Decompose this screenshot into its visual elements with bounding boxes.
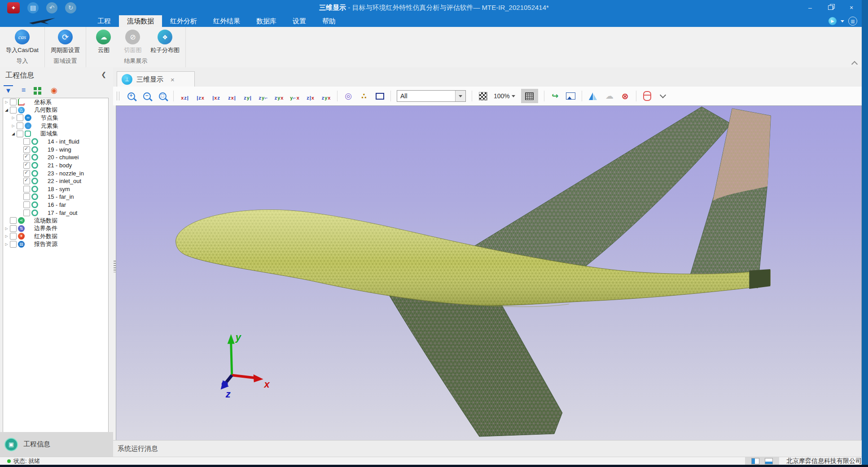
tree-item-infrared-data[interactable]: ▷✶红外数据: [3, 232, 108, 240]
view-preset-5-button[interactable]: zy|: [242, 92, 253, 100]
tree-checkbox[interactable]: [10, 107, 17, 113]
tree-item-17-far_out[interactable]: 17 - far_out: [3, 209, 108, 217]
tree-checkbox[interactable]: [23, 146, 30, 153]
cloud-display-button[interactable]: ☁: [605, 90, 614, 102]
tree-checkbox[interactable]: [23, 178, 30, 184]
tab-close-icon[interactable]: ×: [171, 76, 175, 83]
snapshot-button[interactable]: [566, 90, 576, 102]
menu-item-红外结果[interactable]: 红外结果: [205, 15, 248, 27]
transparency-button[interactable]: [478, 90, 488, 102]
tree-checkbox[interactable]: [10, 225, 17, 232]
tree-item-element-set[interactable]: ▷◌元素集: [3, 122, 108, 130]
view-preset-6-button[interactable]: zy⌐: [258, 92, 268, 100]
panel-splitter-handle[interactable]: [114, 261, 116, 272]
panel-footer-tab[interactable]: ▣ 工程信息: [0, 432, 113, 457]
tree-checkbox[interactable]: [23, 154, 30, 161]
tree-item-report-res[interactable]: ▷▤报告资源: [3, 240, 108, 249]
menu-item-帮助[interactable]: 帮助: [314, 15, 344, 27]
close-button[interactable]: ×: [841, 0, 862, 15]
tree-checkbox[interactable]: [17, 122, 23, 129]
grid-toggle-button[interactable]: [521, 89, 538, 103]
导入Cas/Dat-button[interactable]: cas导入Cas/Dat: [4, 29, 41, 54]
tree-checkbox[interactable]: [23, 170, 30, 177]
run-panel-icon[interactable]: ▶: [829, 17, 837, 25]
rectangle-select-button[interactable]: [375, 90, 385, 102]
view-preset-7-button[interactable]: zyx: [274, 92, 284, 100]
tree-item-19-wing[interactable]: 19 - wing: [3, 146, 108, 154]
viewport-3d[interactable]: y x z: [116, 105, 862, 441]
particle-select-button[interactable]: ∴: [359, 90, 369, 102]
tree-expand-arrow-icon[interactable]: ▷: [4, 234, 9, 238]
mouse-mode-dropdown[interactable]: [658, 90, 668, 102]
view-preset-10-button[interactable]: zyx: [321, 92, 331, 100]
tab-3d-display[interactable]: ⊥ 三维显示 ×: [117, 71, 195, 87]
display-filter-combobox[interactable]: All: [397, 90, 466, 102]
mirror-button[interactable]: [588, 90, 599, 102]
tree-checkbox[interactable]: [10, 241, 17, 248]
tree-checkbox[interactable]: [10, 99, 17, 105]
redo-button[interactable]: ↻: [65, 2, 76, 13]
zoom-level-dropdown[interactable]: 100%: [494, 92, 515, 100]
view-preset-3-button[interactable]: |xz: [211, 92, 221, 100]
tree-expand-arrow-icon[interactable]: ▷: [11, 124, 16, 128]
tree-item-coord-system[interactable]: ▷坐标系: [3, 98, 108, 106]
view-preset-8-button[interactable]: y⌐x: [289, 92, 300, 100]
menu-item-红外分析[interactable]: 红外分析: [162, 15, 205, 27]
tree-checkbox[interactable]: [10, 233, 17, 240]
tree-expand-arrow-icon[interactable]: ◢: [11, 131, 16, 136]
tree-item-22-inlet_out[interactable]: 22 - inlet_out: [3, 177, 108, 185]
云图-button[interactable]: ☁云图: [90, 29, 118, 54]
toolbar-grip[interactable]: [117, 92, 119, 100]
probe-point-button[interactable]: ◎: [343, 90, 353, 102]
combobox-dropdown-button[interactable]: [455, 91, 465, 101]
cancel-display-button[interactable]: ⊗: [620, 90, 630, 102]
tree-item-14-int_fluid[interactable]: 14 - int_fluid: [3, 138, 108, 146]
grid-view-icon[interactable]: [34, 86, 44, 95]
layout-book-icon[interactable]: ▥: [848, 17, 857, 26]
collapse-list-icon[interactable]: ≡: [19, 86, 28, 95]
tree-item-21-body[interactable]: 21 - body: [3, 161, 108, 170]
tree-expand-arrow-icon[interactable]: ▷: [4, 100, 9, 104]
tree-item-flow-data[interactable]: ⋖流场数据: [3, 217, 108, 225]
undo-button[interactable]: ↶: [46, 2, 57, 13]
filter-icon[interactable]: ▼: [4, 85, 13, 95]
tree-checkbox[interactable]: [23, 209, 30, 216]
tree-item-node-set[interactable]: ▷∞节点集: [3, 114, 108, 122]
tree-checkbox[interactable]: [23, 186, 30, 192]
restore-button[interactable]: [820, 0, 841, 15]
ribbon-collapse-button[interactable]: [852, 61, 857, 65]
view-preset-1-button[interactable]: xz|: [180, 92, 190, 100]
app-menu-button[interactable]: ✦: [7, 2, 20, 13]
export-view-button[interactable]: ↪: [550, 90, 560, 102]
tree-checkbox[interactable]: [17, 131, 23, 137]
tree-checkbox[interactable]: [23, 201, 30, 208]
tree-item-18-sym[interactable]: 18 - sym: [3, 185, 108, 193]
menu-dropdown-icon[interactable]: [841, 20, 844, 22]
tree-expand-arrow-icon[interactable]: ▷: [11, 116, 16, 120]
tree-item-23-nozzle_in[interactable]: 23 - nozzle_in: [3, 169, 108, 177]
tree-checkbox[interactable]: [17, 114, 23, 121]
view-preset-4-button[interactable]: zx|: [227, 92, 237, 100]
zoom-out-button[interactable]: −: [142, 90, 152, 102]
menu-item-设置[interactable]: 设置: [285, 15, 314, 27]
zoom-fit-button[interactable]: □: [158, 90, 167, 102]
tree-item-16-far[interactable]: 16 - far: [3, 201, 108, 209]
tree-checkbox[interactable]: [23, 138, 30, 145]
layout-left-panel-icon[interactable]: [751, 458, 759, 464]
tree-checkbox[interactable]: [10, 217, 17, 224]
tree-item-15-far_in[interactable]: 15 - far_in: [3, 193, 108, 201]
周期面设置-button[interactable]: ⟳周期面设置: [48, 29, 82, 54]
tree-checkbox[interactable]: [23, 162, 30, 169]
menu-item-工程[interactable]: 工程: [89, 15, 119, 27]
tree-expand-arrow-icon[interactable]: ▷: [4, 242, 9, 246]
tree-item-20-chuiwei[interactable]: 20 - chuiwei: [3, 153, 108, 161]
minimize-button[interactable]: –: [800, 0, 820, 15]
layout-bottom-panel-icon[interactable]: [765, 458, 773, 464]
view-preset-2-button[interactable]: |zx: [195, 92, 206, 100]
mouse-mode-button[interactable]: [642, 90, 652, 102]
tree-item-boundary-cond[interactable]: ▷⇅边界条件: [3, 225, 108, 233]
粒子分布图-button[interactable]: ❖粒子分布图: [148, 29, 182, 54]
tree-item-geometry-data[interactable]: ◢△几何数据: [3, 106, 108, 114]
menu-item-流场数据[interactable]: 流场数据: [119, 15, 162, 27]
locate-target-icon[interactable]: ◉: [49, 86, 59, 95]
